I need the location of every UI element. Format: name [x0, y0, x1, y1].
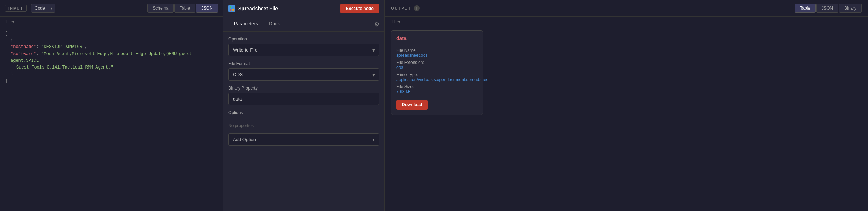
output-item-count: 1 item: [385, 17, 868, 27]
code-software-line: "software": "Mesh Agent,Microsoft Edge,M…: [5, 51, 218, 64]
panel-title: Spreadsheet File: [238, 6, 337, 11]
middle-panel: Spreadsheet File Execute node Parameters…: [223, 0, 385, 211]
code-hostname-val: "DESKTOP-DJNA16R": [41, 44, 84, 49]
code-software-val2-text: Guest Tools 0.141,Tactical RMM Agent,": [16, 65, 113, 70]
settings-icon[interactable]: ⚙: [374, 17, 379, 31]
execute-node-button[interactable]: Execute node: [340, 4, 379, 13]
code-close-brace: }: [5, 71, 218, 78]
file-format-label: File Format: [228, 61, 379, 66]
code-open-brace: {: [5, 37, 218, 44]
code-mode-wrapper[interactable]: Code: [31, 4, 55, 13]
binary-property-input[interactable]: [228, 93, 379, 105]
file-name-key: File Name:: [396, 48, 478, 53]
output-tab-json[interactable]: JSON: [816, 4, 838, 13]
code-area: [ { "hostname": "DESKTOP-DJNA16R", "soft…: [0, 27, 223, 211]
tab-parameters[interactable]: Parameters: [228, 17, 263, 31]
input-panel: INPUT Code Schema Table JSON 1 item [ { …: [0, 0, 223, 211]
panel-title-bar: Spreadsheet File Execute node: [223, 0, 384, 17]
mime-type-key: Mime Type:: [396, 72, 478, 77]
code-hostname-key: "hostname": [11, 44, 36, 49]
output-content: data File Name: spreadsheet.ods File Ext…: [385, 27, 868, 211]
code-software-val2: Guest Tools 0.141,Tactical RMM Agent,": [5, 64, 218, 71]
output-header: OUTPUT i Table JSON Binary: [385, 0, 868, 17]
mime-type-value: application/vnd.oasis.opendocument.sprea…: [396, 77, 478, 82]
operation-field-group: Operation Write to File: [228, 37, 379, 56]
file-ext-key: File Extension:: [396, 60, 478, 65]
tab-schema[interactable]: Schema: [147, 4, 174, 13]
mime-type-row: Mime Type: application/vnd.oasis.opendoc…: [396, 72, 478, 82]
file-name-value: spreadsheet.ods: [396, 53, 478, 58]
output-panel: OUTPUT i Table JSON Binary 1 item data F…: [385, 0, 868, 211]
output-tabs: Table JSON Binary: [795, 4, 862, 13]
file-name-row: File Name: spreadsheet.ods: [396, 48, 478, 58]
file-ext-value: ods: [396, 65, 478, 70]
options-field-group: Options No properties Add Option: [228, 110, 379, 146]
input-tabs: Schema Table JSON: [147, 4, 218, 13]
operation-select-wrapper[interactable]: Write to File: [228, 44, 379, 56]
output-label: OUTPUT: [391, 6, 411, 10]
output-tab-binary[interactable]: Binary: [839, 4, 862, 13]
code-hostname-line: "hostname": "DESKTOP-DJNA16R",: [5, 44, 218, 50]
code-close-bracket: ]: [5, 79, 7, 83]
operation-select[interactable]: Write to File: [228, 44, 379, 56]
operation-label: Operation: [228, 37, 379, 42]
options-label: Options: [228, 110, 379, 118]
data-card: data File Name: spreadsheet.ods File Ext…: [391, 30, 483, 115]
input-item-count: 1 item: [0, 17, 223, 27]
code-open-bracket: [: [5, 31, 7, 36]
file-format-select[interactable]: ODS: [228, 68, 379, 81]
svg-rect-1: [232, 6, 234, 8]
input-header: INPUT Code Schema Table JSON: [0, 0, 223, 17]
output-tab-table[interactable]: Table: [795, 4, 816, 13]
file-ext-row: File Extension: ods: [396, 60, 478, 70]
svg-rect-3: [232, 9, 234, 11]
info-icon[interactable]: i: [414, 5, 420, 11]
file-format-select-wrapper[interactable]: ODS: [228, 68, 379, 81]
file-size-key: File Size:: [396, 84, 478, 89]
code-software-key: "software": [11, 52, 36, 56]
svg-rect-2: [230, 9, 231, 11]
add-option-button[interactable]: Add Option: [228, 133, 379, 146]
data-card-title: data: [396, 36, 478, 44]
input-label: INPUT: [5, 5, 27, 12]
tab-docs[interactable]: Docs: [263, 17, 285, 31]
code-mode-select[interactable]: Code: [31, 4, 55, 13]
tab-json[interactable]: JSON: [196, 4, 218, 13]
download-button[interactable]: Download: [396, 100, 428, 110]
tab-table[interactable]: Table: [174, 4, 195, 13]
binary-property-label: Binary Property: [228, 86, 379, 91]
panel-tabs: Parameters Docs ⚙: [223, 17, 384, 32]
file-format-field-group: File Format ODS: [228, 61, 379, 81]
file-size-value: 7.63 kB: [396, 89, 478, 94]
file-size-row: File Size: 7.63 kB: [396, 84, 478, 94]
no-properties-text: No properties: [228, 120, 379, 131]
panel-content: Operation Write to File File Format ODS …: [223, 32, 384, 211]
svg-rect-0: [230, 6, 231, 8]
add-option-label: Add Option: [233, 137, 256, 142]
spreadsheet-icon: [228, 5, 235, 12]
binary-property-field-group: Binary Property: [228, 86, 379, 105]
